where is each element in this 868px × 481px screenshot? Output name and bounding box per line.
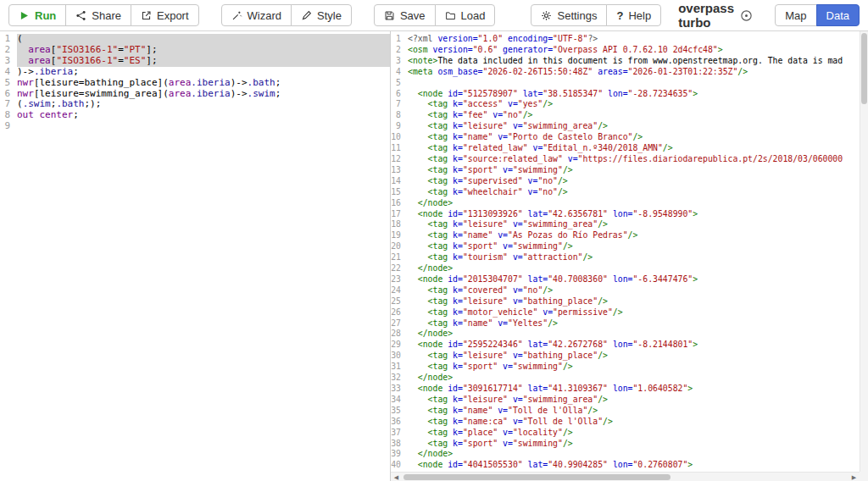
xml-line: 19 <tag k="name" v="As Pozas do Río Pedr… <box>391 230 860 241</box>
xml-line: 24 <tag k="covered" v="no"/> <box>391 285 860 296</box>
run-button[interactable]: Run <box>8 4 66 26</box>
line-number: 39 <box>391 449 408 460</box>
line-number: 17 <box>391 209 408 220</box>
line-number: 13 <box>391 165 408 176</box>
xml-line: 6 <node id="512578907" lat="38.5185347" … <box>391 89 860 100</box>
xml-line: 9 <tag k="leisure" v="swimming_area"/> <box>391 121 860 132</box>
line-number: 6 <box>391 89 408 100</box>
line-number: 32 <box>391 373 408 384</box>
export-button[interactable]: Export <box>131 4 199 26</box>
xml-line: 29 <node id="2595224346" lat="42.2672768… <box>391 340 860 351</box>
data-view-lines: 1<?xml version="1.0" encoding="UTF-8"?>2… <box>391 31 860 472</box>
scroll-right-arrow-icon[interactable]: ▶ <box>849 473 860 481</box>
line-number: 37 <box>391 428 408 439</box>
save-label: Save <box>400 10 426 21</box>
line-number: 14 <box>391 176 408 187</box>
xml-line: 39 </node> <box>391 449 860 460</box>
xml-line: 2<osm version="0.6" generator="Overpass … <box>391 45 860 56</box>
code-line: 7(.swim;.bath;); <box>0 99 390 110</box>
main-area: 1(2 area["ISO3166-1"="PT"];3 area["ISO31… <box>0 31 868 481</box>
load-button[interactable]: Load <box>435 4 496 26</box>
scroll-left-arrow-icon[interactable]: ◀ <box>391 473 402 481</box>
save-button[interactable]: Save <box>374 4 436 26</box>
data-toggle-button[interactable]: Data <box>816 4 860 26</box>
line-number: 21 <box>391 252 408 263</box>
line-number: 4 <box>0 67 17 78</box>
wizard-button[interactable]: Wizard <box>221 4 292 26</box>
line-number: 40 <box>391 460 408 471</box>
xml-line: 31 <tag k="sport" v="swimming"/> <box>391 362 860 373</box>
wizard-label: Wizard <box>248 10 281 21</box>
code-line: 3 area["ISO3166-1"="ES"]; <box>0 56 390 67</box>
code-line: 5nwr[leisure=bathing_place](area.iberia)… <box>0 78 390 89</box>
magic-wand-icon <box>231 10 242 21</box>
wizard-style-group: Wizard Style <box>221 4 352 26</box>
line-number: 38 <box>391 439 408 450</box>
horizontal-scrollbar[interactable]: ◀ ▶ <box>391 472 860 481</box>
xml-line: 37 <tag k="place" v="locality"/> <box>391 428 860 439</box>
run-share-export-group: Run Share Export <box>8 4 199 26</box>
code-line: 9 <box>0 121 390 132</box>
floppy-icon <box>384 10 395 21</box>
xml-line: 8 <tag k="fee" v="no"/> <box>391 110 860 121</box>
xml-line: 25 <tag k="leisure" v="bathing_place"/> <box>391 296 860 307</box>
vertical-scrollbar[interactable] <box>860 31 868 472</box>
line-number: 4 <box>391 67 408 78</box>
xml-line: 5 <box>391 78 860 89</box>
style-label: Style <box>317 10 342 21</box>
map-toggle-button[interactable]: Map <box>775 4 816 26</box>
line-number: 8 <box>391 110 408 121</box>
line-number: 15 <box>391 187 408 198</box>
xml-line: 3<note>The data included in this documen… <box>391 56 860 67</box>
line-number: 2 <box>0 45 17 56</box>
line-number: 5 <box>0 78 17 89</box>
line-number: 33 <box>391 384 408 395</box>
xml-line: 20 <tag k="sport" v="swimming"/> <box>391 241 860 252</box>
line-number: 9 <box>0 121 17 132</box>
help-button[interactable]: ? Help <box>606 4 661 26</box>
xml-line: 16 </node> <box>391 198 860 209</box>
line-number: 31 <box>391 362 408 373</box>
app-title-text: overpass turbo <box>678 1 734 30</box>
xml-line: 13 <tag k="sport" v="swimming"/> <box>391 165 860 176</box>
scrollbar-corner <box>860 472 868 481</box>
data-view[interactable]: 1<?xml version="1.0" encoding="UTF-8"?>2… <box>391 31 868 481</box>
overpass-turbo-logo-icon <box>740 9 753 22</box>
line-number: 12 <box>391 154 408 165</box>
share-label: Share <box>92 10 121 21</box>
question-mark-icon: ? <box>616 9 623 22</box>
query-editor-lines: 1(2 area["ISO3166-1"="PT"];3 area["ISO31… <box>0 31 390 132</box>
xml-line: 33 <node id="3091617714" lat="41.3109367… <box>391 384 860 395</box>
line-number: 27 <box>391 318 408 329</box>
settings-label: Settings <box>557 10 597 21</box>
xml-line: 21 <tag k="tourism" v="attraction"/> <box>391 252 860 263</box>
line-number: 36 <box>391 417 408 428</box>
line-number: 29 <box>391 340 408 351</box>
xml-line: 32 </node> <box>391 373 860 384</box>
line-number: 23 <box>391 274 408 285</box>
xml-line: 4<meta osm_base="2026-02-26T15:50:48Z" a… <box>391 67 860 78</box>
xml-line: 27 <tag k="name" v="Yeltes"/> <box>391 318 860 329</box>
query-editor[interactable]: 1(2 area["ISO3166-1"="PT"];3 area["ISO31… <box>0 31 391 481</box>
settings-button[interactable]: Settings <box>531 4 607 26</box>
export-label: Export <box>157 10 189 21</box>
save-load-group: Save Load <box>374 4 496 26</box>
line-number: 34 <box>391 395 408 406</box>
xml-line: 1<?xml version="1.0" encoding="UTF-8"?> <box>391 34 860 45</box>
line-number: 16 <box>391 198 408 209</box>
code-line: 2 area["ISO3166-1"="PT"]; <box>0 45 390 56</box>
code-line: 8out center; <box>0 110 390 121</box>
style-button[interactable]: Style <box>291 4 352 26</box>
app-title: overpass turbo <box>678 1 753 30</box>
horizontal-scrollbar-thumb[interactable] <box>403 474 670 480</box>
code-line: 1( <box>0 34 390 45</box>
code-line: 4)->.iberia; <box>0 67 390 78</box>
vertical-scrollbar-thumb[interactable] <box>861 33 867 104</box>
play-icon <box>19 10 30 21</box>
export-icon <box>141 10 152 21</box>
folder-icon <box>445 10 456 21</box>
xml-line: 30 <tag k="leisure" v="bathing_place"/> <box>391 351 860 362</box>
xml-line: 14 <tag k="supervised" v="no"/> <box>391 176 860 187</box>
line-number: 35 <box>391 406 408 417</box>
share-button[interactable]: Share <box>65 4 131 26</box>
